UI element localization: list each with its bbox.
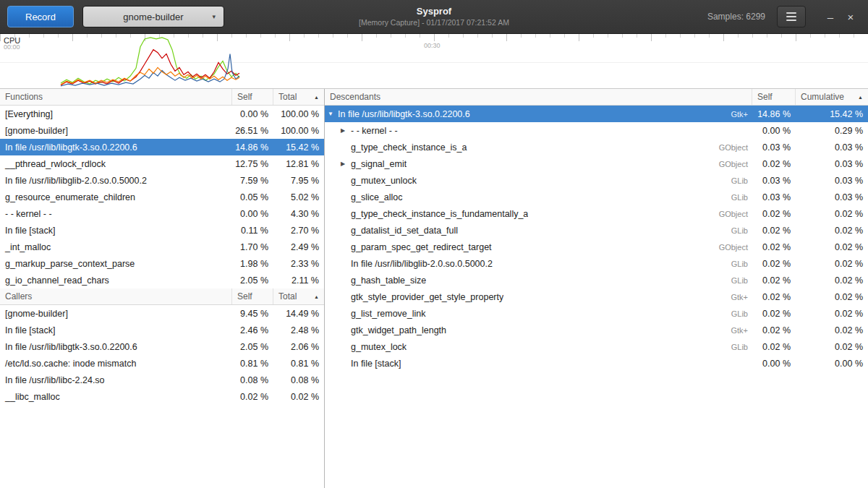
function-row[interactable]: _int_malloc 1.70 % 2.49 % <box>0 239 324 255</box>
caller-self: 2.05 % <box>232 342 273 352</box>
descendant-self: 0.00 % <box>752 359 796 369</box>
self-column-header[interactable]: Self <box>752 89 796 105</box>
caller-name: In file /usr/lib/libc-2.24.so <box>0 375 232 385</box>
descendant-cumulative: 0.02 % <box>796 209 868 219</box>
descendant-row[interactable]: ▶ g_signal_emit GObject 0.02 % 0.03 % <box>325 155 868 172</box>
caller-name: In file [stack] <box>0 325 232 335</box>
descendant-self: 0.03 % <box>752 176 796 186</box>
caller-row[interactable]: __libc_malloc 0.02 % 0.02 % <box>0 388 324 405</box>
descendant-row[interactable]: gtk_style_provider_get_style_property Gt… <box>325 288 868 305</box>
function-self: 1.98 % <box>232 259 273 269</box>
descendant-self: 0.02 % <box>752 242 796 252</box>
descendant-row[interactable]: gtk_widget_path_length Gtk+ 0.02 % 0.02 … <box>325 322 868 338</box>
descendant-row[interactable]: ▶ - - kernel - - 0.00 % 0.29 % <box>325 122 868 139</box>
headerbar: Record gnome-builder ▾ Sysprof [Memory C… <box>0 0 868 34</box>
self-column-header[interactable]: Self <box>232 89 273 105</box>
expander-collapsed-icon[interactable]: ▶ <box>341 160 351 167</box>
descendant-row[interactable]: g_datalist_id_set_data_full GLib 0.02 % … <box>325 222 868 239</box>
descendant-row[interactable]: g_mutex_unlock GLib 0.03 % 0.03 % <box>325 172 868 189</box>
total-column-header[interactable]: Total▲ <box>273 288 324 304</box>
function-row[interactable]: __pthread_rwlock_rdlock 12.75 % 12.81 % <box>0 155 324 172</box>
descendant-row[interactable]: g_hash_table_size GLib 0.02 % 0.02 % <box>325 272 868 288</box>
function-self: 0.11 % <box>232 226 273 236</box>
function-row[interactable]: [Everything] 0.00 % 100.00 % <box>0 106 324 122</box>
descendant-row[interactable]: g_slice_alloc GLib 0.03 % 0.03 % <box>325 189 868 205</box>
descendant-row[interactable]: In file /usr/lib/libglib-2.0.so.0.5000.2… <box>325 255 868 272</box>
descendant-row[interactable]: g_list_remove_link GLib 0.02 % 0.02 % <box>325 305 868 322</box>
descendant-self: 0.02 % <box>752 292 796 302</box>
expander-expanded-icon[interactable]: ▼ <box>328 111 338 117</box>
descendant-category: GObject <box>712 210 752 218</box>
function-row[interactable]: In file [stack] 0.11 % 2.70 % <box>0 222 324 239</box>
function-row[interactable]: - - kernel - - 0.00 % 4.30 % <box>0 205 324 222</box>
minimize-button[interactable]: – <box>820 7 841 27</box>
descendants-pane: Descendants Self Cumulative▲ ▼ In file /… <box>325 89 868 488</box>
descendant-self: 14.86 % <box>752 109 796 119</box>
self-column-header[interactable]: Self <box>232 288 273 304</box>
function-row[interactable]: g_resource_enumerate_children 0.05 % 5.0… <box>0 189 324 205</box>
descendant-row[interactable]: g_mutex_lock GLib 0.02 % 0.02 % <box>325 338 868 355</box>
function-row[interactable]: g_io_channel_read_chars 2.05 % 2.11 % <box>0 272 324 288</box>
process-selector-dropdown[interactable]: gnome-builder ▾ <box>82 6 224 27</box>
expander-collapsed-icon[interactable]: ▶ <box>341 127 351 134</box>
sysprof-window: Record gnome-builder ▾ Sysprof [Memory C… <box>0 0 868 488</box>
callers-column-header[interactable]: Callers <box>0 288 232 304</box>
descendant-cumulative: 0.03 % <box>796 176 868 186</box>
descendant-self: 0.00 % <box>752 126 796 136</box>
descendants-column-header[interactable]: Descendants <box>325 89 752 105</box>
caller-row[interactable]: /etc/ld.so.cache: inode mismatch 0.81 % … <box>0 355 324 372</box>
function-name: __pthread_rwlock_rdlock <box>0 159 232 169</box>
descendant-name: - - kernel - - <box>351 126 398 136</box>
function-self: 1.70 % <box>232 242 273 252</box>
descendant-category: GObject <box>712 243 752 252</box>
descendant-name: In file /usr/lib/libglib-2.0.so.0.5000.2 <box>351 259 493 269</box>
descendant-row[interactable]: g_param_spec_get_redirect_target GObject… <box>325 239 868 255</box>
descendant-cumulative: 0.02 % <box>796 259 868 269</box>
descendant-name: In file /usr/lib/libgtk-3.so.0.2200.6 <box>338 109 470 119</box>
chevron-down-icon: ▾ <box>212 13 216 20</box>
function-name: In file /usr/lib/libglib-2.0.so.0.5000.2 <box>0 176 232 186</box>
function-row[interactable]: In file /usr/lib/libglib-2.0.so.0.5000.2… <box>0 172 324 189</box>
function-row-selected[interactable]: In file /usr/lib/libgtk-3.so.0.2200.6 14… <box>0 139 324 155</box>
descendant-self: 0.02 % <box>752 342 796 352</box>
descendant-category: GLib <box>724 260 752 268</box>
cumulative-column-header[interactable]: Cumulative▲ <box>796 89 868 105</box>
caller-name: In file /usr/lib/libgtk-3.so.0.2200.6 <box>0 342 232 352</box>
caller-row[interactable]: In file /usr/lib/libgtk-3.so.0.2200.6 2.… <box>0 338 324 355</box>
left-pane: Functions Self Total▲ [Everything] 0.00 … <box>0 89 325 488</box>
function-total: 7.95 % <box>273 176 324 186</box>
function-total: 5.02 % <box>273 192 324 202</box>
caller-total: 14.49 % <box>273 309 324 319</box>
descendant-name: g_type_check_instance_is_fundamentally_a <box>351 209 528 219</box>
record-button[interactable]: Record <box>7 6 74 27</box>
function-name: - - kernel - - <box>0 209 232 219</box>
descendant-name: g_hash_table_size <box>351 275 426 286</box>
caller-row[interactable]: [gnome-builder] 9.45 % 14.49 % <box>0 305 324 322</box>
descendant-row-selected[interactable]: ▼ In file /usr/lib/libgtk-3.so.0.2200.6 … <box>325 106 868 122</box>
function-self: 0.00 % <box>232 209 273 219</box>
caller-name: [gnome-builder] <box>0 309 232 319</box>
descendant-name: In file [stack] <box>351 359 401 369</box>
descendant-self: 0.03 % <box>752 192 796 202</box>
descendant-category: Gtk+ <box>723 293 752 301</box>
caller-row[interactable]: In file [stack] 2.46 % 2.48 % <box>0 322 324 338</box>
descendant-row[interactable]: In file [stack] 0.00 % 0.00 % <box>325 355 868 372</box>
descendant-row[interactable]: g_type_check_instance_is_a GObject 0.03 … <box>325 139 868 155</box>
caller-row[interactable]: In file /usr/lib/libc-2.24.so 0.08 % 0.0… <box>0 372 324 388</box>
function-total: 15.42 % <box>273 142 324 153</box>
function-row[interactable]: [gnome-builder] 26.51 % 100.00 % <box>0 122 324 139</box>
total-column-header[interactable]: Total▲ <box>273 89 324 105</box>
functions-column-header[interactable]: Functions <box>0 89 232 105</box>
caller-total: 2.06 % <box>273 342 324 352</box>
function-name: [gnome-builder] <box>0 126 232 136</box>
cpu-graph[interactable]: CPU 00:00 00:30 <box>0 34 868 89</box>
menu-button[interactable] <box>777 6 806 27</box>
descendant-name: g_slice_alloc <box>351 192 403 202</box>
function-total: 2.49 % <box>273 242 324 252</box>
descendant-row[interactable]: g_type_check_instance_is_fundamentally_a… <box>325 205 868 222</box>
close-button[interactable]: × <box>841 7 861 27</box>
function-name: In file [stack] <box>0 226 232 236</box>
function-row[interactable]: g_markup_parse_context_parse 1.98 % 2.33… <box>0 255 324 272</box>
function-self: 14.86 % <box>232 142 273 153</box>
descendant-name: g_signal_emit <box>351 159 407 169</box>
